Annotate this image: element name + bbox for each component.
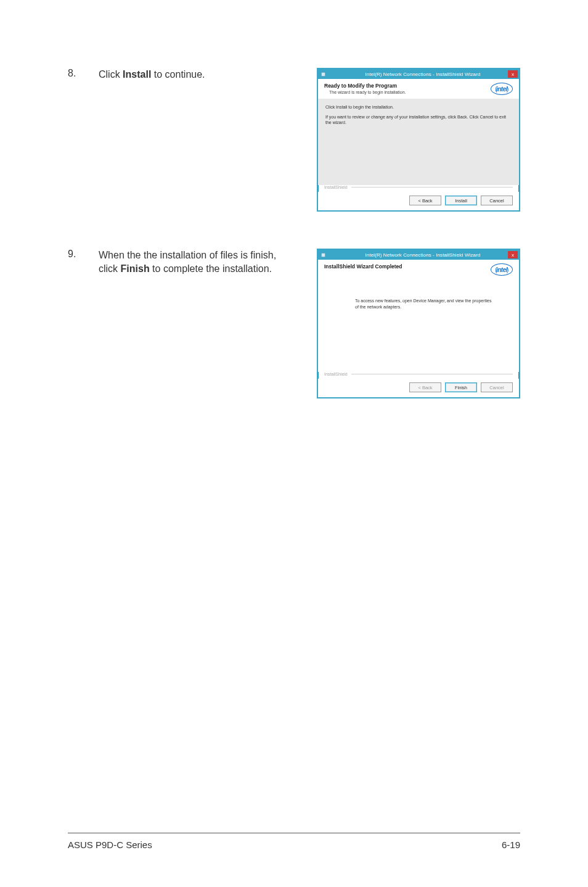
dialog-body: To access new features, open Device Mana… — [318, 279, 519, 372]
intel-logo-text: intel — [496, 86, 507, 93]
divider-line — [351, 374, 513, 374]
screenshot-1: Intel(R) Network Connections - InstallSh… — [317, 68, 520, 212]
back-button[interactable]: < Back — [409, 196, 441, 205]
header-subtitle: The wizard is ready to begin installatio… — [324, 90, 491, 94]
body-line-1: Click Install to begin the installation. — [325, 105, 512, 109]
intel-logo-text: intel — [496, 266, 507, 273]
dialog-title: Intel(R) Network Connections - InstallSh… — [327, 252, 519, 258]
finish-message: To access new features, open Device Mana… — [355, 298, 494, 310]
step-8-text: Click Install to continue. — [99, 68, 296, 81]
step-8-number: 8. — [68, 68, 99, 79]
finish-button[interactable]: Finish — [445, 382, 477, 392]
body-line-2: If you want to review or change any of y… — [325, 114, 512, 125]
step-8-pre: Click — [99, 69, 123, 80]
close-glyph: x — [512, 72, 514, 77]
brand-label: InstallShield — [324, 185, 348, 189]
step-8-post: to continue. — [151, 69, 205, 80]
close-glyph: x — [512, 252, 514, 258]
install-dialog: Intel(R) Network Connections - InstallSh… — [317, 68, 520, 212]
app-icon — [319, 70, 327, 78]
header-title: Ready to Modify the Program — [324, 83, 491, 89]
divider-line — [351, 187, 513, 188]
intel-logo-icon: intel — [491, 83, 513, 95]
close-icon[interactable]: x — [508, 70, 518, 78]
brand-label: InstallShield — [324, 372, 348, 376]
page-footer: ASUS P9D-C Series 6-19 — [68, 833, 520, 850]
header-title: InstallShield Wizard Completed — [324, 263, 491, 270]
finish-dialog: Intel(R) Network Connections - InstallSh… — [317, 249, 520, 398]
install-button[interactable]: Install — [445, 196, 477, 205]
header-text-block: Ready to Modify the Program The wizard i… — [324, 83, 491, 94]
close-icon[interactable]: x — [508, 251, 518, 258]
dialog-title: Intel(R) Network Connections - InstallSh… — [327, 72, 519, 77]
header-text-block: InstallShield Wizard Completed — [324, 263, 491, 270]
intel-logo-icon: intel — [491, 263, 513, 276]
dialog-header: Ready to Modify the Program The wizard i… — [318, 79, 519, 99]
svg-rect-3 — [321, 253, 324, 256]
step-8-bold: Install — [123, 69, 151, 80]
step-9-text: When the the installation of files is fi… — [99, 249, 296, 275]
cancel-button[interactable]: Cancel — [481, 382, 513, 392]
step-8-row: 8. Click Install to continue. Intel(R) N… — [68, 68, 520, 212]
button-row: < Back Install Cancel — [318, 192, 519, 210]
svg-rect-1 — [321, 72, 324, 75]
footer-right: 6-19 — [502, 840, 520, 850]
document-page: 8. Click Install to continue. Intel(R) N… — [0, 0, 588, 887]
step-9-post: to complete the installation. — [150, 263, 272, 274]
brand-row: InstallShield — [318, 372, 519, 379]
footer-left: ASUS P9D-C Series — [68, 840, 152, 850]
step-9-bold: Finish — [121, 263, 150, 274]
dialog-body: Click Install to begin the installation.… — [318, 99, 519, 185]
step-9-number: 9. — [68, 249, 99, 260]
titlebar: Intel(R) Network Connections - InstallSh… — [318, 250, 519, 260]
back-button[interactable]: < Back — [409, 382, 441, 392]
app-icon — [319, 251, 327, 258]
cancel-button[interactable]: Cancel — [481, 196, 513, 205]
dialog-header: InstallShield Wizard Completed intel — [318, 260, 519, 279]
button-row: < Back Finish Cancel — [318, 379, 519, 397]
screenshot-2: Intel(R) Network Connections - InstallSh… — [317, 249, 520, 398]
brand-row: InstallShield — [318, 185, 519, 192]
step-9-row: 9. When the the installation of files is… — [68, 249, 520, 398]
titlebar: Intel(R) Network Connections - InstallSh… — [318, 69, 519, 79]
